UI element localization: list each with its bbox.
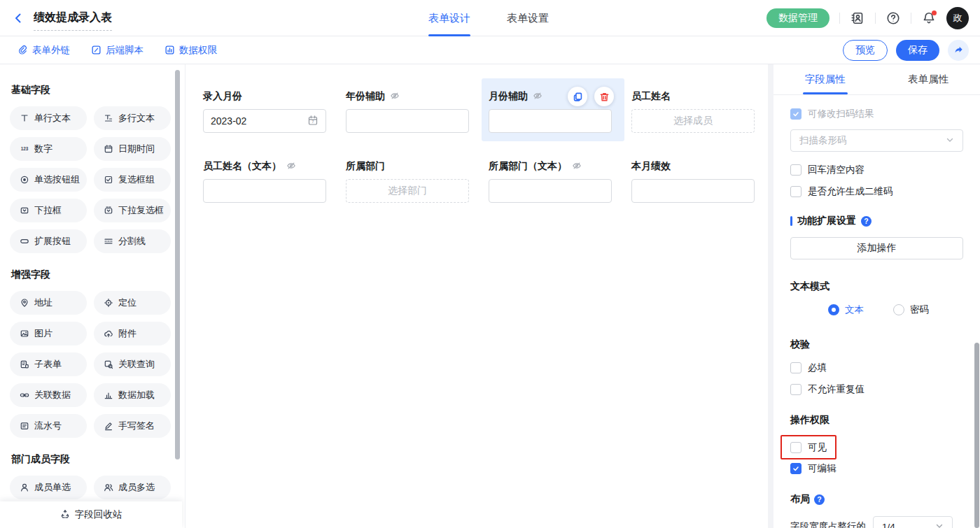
text-input[interactable] [631,179,755,203]
canvas-field-year-helper[interactable]: 年份辅助 [339,78,482,141]
address-book-icon[interactable] [850,10,865,26]
recycle-icon [60,509,70,521]
field-width-label: 字段宽度占整行的 [790,520,866,528]
subform-icon [19,359,29,369]
section-title-enhanced-fields: 增强字段 [11,269,171,281]
canvas-field-month-helper-selected[interactable]: 月份辅助 [482,78,624,141]
trash-icon[interactable] [594,87,614,106]
form-designer-app: 绩效提成录入表 表单设计 表单设置 数据管理 政 表单外链 [0,0,980,528]
canvas-field-month-performance[interactable]: 本月绩效 [624,148,767,211]
field-type-number[interactable]: 123数字 [10,137,87,161]
field-type-member-single[interactable]: 成员单选 [10,476,87,499]
canvas-field-department-text[interactable]: 所属部门（文本） [482,148,624,211]
group-title-layout: 布局 ? [790,493,963,506]
chevron-down-icon [946,136,954,146]
tab-field-properties[interactable]: 字段属性 [774,64,877,94]
help-icon[interactable] [886,10,901,26]
radio-selected [828,304,839,315]
field-type-single-text[interactable]: 单行文本 [10,106,87,130]
field-type-attachment[interactable]: 附件 [94,322,171,345]
enhanced-fields-grid: 地址 定位 图片 附件 子表单 关联查询 关联数据 数据加载 流水号 手写签名 [10,291,171,438]
form-external-link[interactable]: 表单外链 [18,44,70,57]
checkbox-no-duplicate[interactable]: 不允许重复值 [790,383,963,396]
tab-form-design[interactable]: 表单设计 [428,0,470,36]
field-type-multi-select[interactable]: 下拉复选框 [94,199,171,222]
checkbox-checked-disabled [790,108,802,120]
data-manage-button[interactable]: 数据管理 [766,8,830,28]
checkbox-required[interactable]: 必填 [790,362,963,374]
text-input[interactable] [346,109,469,133]
page-title[interactable]: 绩效提成录入表 [34,10,112,31]
form-canvas[interactable]: 录入月份 2023-02 7 年份辅助 月份辅助 [186,64,768,528]
tab-form-settings[interactable]: 表单设置 [507,0,549,36]
field-width-select[interactable]: 1/4 [873,516,953,528]
field-type-data-load[interactable]: 数据加载 [94,383,171,407]
tab-form-properties[interactable]: 表单属性 [877,64,980,94]
checkbox-editable[interactable]: 可编辑 [790,462,963,475]
field-type-member-multi[interactable]: 成员多选 [94,476,171,499]
divider [875,13,876,24]
copy-icon[interactable] [568,87,587,106]
field-type-related-data[interactable]: 关联数据 [10,383,87,407]
backend-script-link[interactable]: 后端脚本 [91,44,144,57]
save-button[interactable]: 保存 [896,40,939,61]
checkbox-group-icon [103,175,113,185]
text-input[interactable] [489,179,612,203]
checkbox-allow-qrcode[interactable]: 是否允许生成二维码 [790,185,963,198]
radio-password[interactable]: 密码 [893,304,929,316]
related-query-icon [103,359,113,369]
attachment-icon [103,329,113,338]
eye-off-icon [286,161,296,173]
field-type-multi-text[interactable]: 多行文本 [94,106,171,130]
field-type-related-query[interactable]: 关联查询 [94,352,171,376]
sidebar-scrollbar[interactable] [175,70,180,459]
field-type-subform[interactable]: 子表单 [10,352,87,376]
help-icon[interactable]: ? [814,494,825,505]
canvas-field-entry-month[interactable]: 录入月份 2023-02 7 [196,78,339,141]
checkbox-enter-clear[interactable]: 回车清空内容 [790,164,963,176]
checkbox-checked [790,463,802,474]
bell-icon[interactable] [921,10,937,26]
text-multi-icon [103,113,113,123]
data-permission-link[interactable]: 数据权限 [164,44,217,57]
avatar[interactable]: 政 [946,7,969,29]
add-action-button[interactable]: 添加操作 [790,237,963,259]
data-load-icon [103,390,113,400]
share-arrow-icon[interactable] [948,40,969,61]
radio-text[interactable]: 文本 [828,304,864,316]
field-type-divider[interactable]: 分割线 [94,229,171,253]
field-type-select[interactable]: 下拉框 [10,199,87,222]
field-type-radio-group[interactable]: 单选按钮组 [10,168,87,192]
svg-text:123: 123 [20,146,28,151]
preview-button[interactable]: 预览 [843,40,888,61]
field-type-image[interactable]: 图片 [10,322,87,345]
field-type-extend-button[interactable]: 扩展按钮 [10,229,87,253]
canvas-field-employee-name[interactable]: 员工姓名 选择成员 [624,78,767,141]
group-title-text-mode: 文本模式 [790,280,963,293]
canvas-field-employee-name-text[interactable]: 员工姓名（文本） [196,148,339,211]
properties-panel: 字段属性 表单属性 可修改扫码结果 扫描条形码 回车清空内容 [774,64,980,528]
field-type-checkbox-group[interactable]: 复选框组 [94,168,171,192]
department-picker[interactable]: 选择部门 [346,179,469,203]
canvas-field-department[interactable]: 所属部门 选择部门 [339,148,482,211]
date-input[interactable]: 2023-02 7 [203,109,326,133]
checkbox-visible[interactable]: 可见 [790,441,827,454]
field-type-location[interactable]: 定位 [94,291,171,315]
field-type-address[interactable]: 地址 [10,291,87,315]
field-type-datetime[interactable]: 日期时间 [94,137,171,161]
field-type-signature[interactable]: 手写签名 [94,414,171,438]
text-input[interactable] [203,179,326,203]
member-picker[interactable]: 选择成员 [631,109,755,133]
field-recycle-bin[interactable]: 字段回收站 [0,501,182,528]
panel-scrollbar[interactable] [974,343,979,528]
checkbox-scan-result-editable[interactable]: 可修改扫码结果 [790,108,963,120]
text-input[interactable] [489,109,612,133]
location-icon [103,298,113,308]
back-icon[interactable] [11,11,25,25]
help-icon[interactable]: ? [861,216,872,227]
text-mode-radio-group: 文本 密码 [828,304,963,316]
header-tabs: 表单设计 表单设置 [428,0,549,36]
field-type-serial-number[interactable]: 流水号 [10,414,87,438]
eye-off-icon [572,161,582,173]
scan-mode-select[interactable]: 扫描条形码 [790,129,963,152]
